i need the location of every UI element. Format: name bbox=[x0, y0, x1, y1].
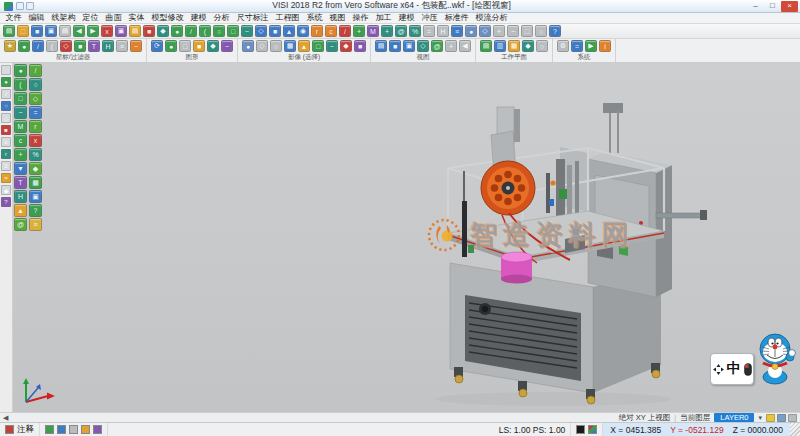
annotation-label[interactable]: 注释 bbox=[17, 424, 34, 436]
maximize-button[interactable]: □ bbox=[764, 1, 781, 12]
workplane-xy-icon[interactable]: ▤ bbox=[480, 40, 492, 52]
strip-measure-icon[interactable]: = bbox=[1, 173, 11, 183]
layer-selector[interactable]: LAYER0 bbox=[714, 413, 754, 422]
workplane-3pt-icon[interactable]: ◆ bbox=[522, 40, 534, 52]
dimension-icon[interactable]: H bbox=[437, 25, 449, 37]
layer-dropdown-icon[interactable]: ▾ bbox=[758, 414, 762, 422]
cut-icon[interactable]: x bbox=[101, 25, 113, 37]
wf-attrs-icon[interactable]: ≡ bbox=[29, 218, 42, 231]
highlight-icon[interactable]: ▲ bbox=[298, 40, 310, 52]
resize-grip[interactable] bbox=[790, 423, 800, 436]
menu-item[interactable]: 模型修改 bbox=[148, 13, 187, 23]
menu-item[interactable]: 加工 bbox=[372, 13, 395, 23]
wf-arc-icon[interactable]: ( bbox=[14, 78, 27, 91]
strip-trim-icon[interactable]: x bbox=[1, 137, 11, 147]
settings-icon[interactable]: ⚙ bbox=[557, 40, 569, 52]
rotate-icon[interactable]: @ bbox=[395, 25, 407, 37]
redo-icon[interactable]: ▶ bbox=[87, 25, 99, 37]
workplane-reset-icon[interactable]: ○ bbox=[536, 40, 548, 52]
filter-none-icon[interactable]: − bbox=[130, 40, 142, 52]
pan-view-icon[interactable]: ○ bbox=[535, 25, 547, 37]
snap-end-icon[interactable] bbox=[45, 425, 54, 434]
extrude-icon[interactable]: ▲ bbox=[283, 25, 295, 37]
snap-center-icon[interactable] bbox=[69, 425, 78, 434]
annotation-icon[interactable] bbox=[5, 425, 14, 434]
wf-mirror-icon[interactable]: M bbox=[14, 120, 27, 133]
menu-item[interactable]: 实体 bbox=[125, 13, 148, 23]
calculator-icon[interactable]: = bbox=[571, 40, 583, 52]
wf-divide-icon[interactable]: % bbox=[29, 148, 42, 161]
menu-item[interactable]: 冲压 bbox=[418, 13, 441, 23]
wf-query-icon[interactable]: ? bbox=[29, 204, 42, 217]
wireframe-view-icon[interactable]: ◇ bbox=[479, 25, 491, 37]
filter-arcs-icon[interactable]: ( bbox=[46, 40, 58, 52]
drawing-canvas[interactable]: ● / ( ○ □ ◇ ~ = M r bbox=[13, 63, 800, 412]
close-button[interactable]: × bbox=[781, 1, 798, 12]
menu-item[interactable]: 线架构 bbox=[48, 13, 79, 23]
new-file-icon[interactable]: ▤ bbox=[3, 25, 15, 37]
select-icon[interactable]: ◆ bbox=[157, 25, 169, 37]
wf-explode-icon[interactable]: ▲ bbox=[14, 204, 27, 217]
help-icon[interactable]: ? bbox=[549, 25, 561, 37]
strip-view-icon[interactable]: ◆ bbox=[1, 185, 11, 195]
wf-intersect-icon[interactable]: ◆ bbox=[29, 162, 42, 175]
revolve-icon[interactable]: ◉ bbox=[297, 25, 309, 37]
menu-item[interactable]: 编辑 bbox=[25, 13, 48, 23]
surface-icon[interactable]: ◇ bbox=[255, 25, 267, 37]
wf-line-icon[interactable]: / bbox=[29, 64, 42, 77]
wf-chamfer-icon[interactable]: c bbox=[14, 134, 27, 147]
wf-trim-icon[interactable]: x bbox=[29, 134, 42, 147]
ortho-icon[interactable] bbox=[93, 425, 102, 434]
menu-item[interactable]: 标准件 bbox=[441, 13, 472, 23]
strip-solid-icon[interactable]: ■ bbox=[1, 125, 11, 135]
line-icon[interactable]: / bbox=[185, 25, 197, 37]
view-top-icon[interactable]: ▤ bbox=[375, 40, 387, 52]
view-mode-label[interactable]: 绝对 XY 上视图 bbox=[619, 413, 671, 423]
solid-box-icon[interactable]: ■ bbox=[269, 25, 281, 37]
view-rotate-icon[interactable]: @ bbox=[431, 40, 443, 52]
select-body-icon[interactable]: ■ bbox=[354, 40, 366, 52]
menu-item[interactable]: 操作 bbox=[349, 13, 372, 23]
snap-mid-icon[interactable] bbox=[57, 425, 66, 434]
wf-rect-icon[interactable]: □ bbox=[14, 92, 27, 105]
save-all-icon[interactable]: ▣ bbox=[45, 25, 57, 37]
chamfer-icon[interactable]: c bbox=[325, 25, 337, 37]
workplane-xz-icon[interactable]: ▥ bbox=[494, 40, 506, 52]
filter-solids-icon[interactable]: ■ bbox=[74, 40, 86, 52]
strip-select-icon[interactable] bbox=[1, 65, 11, 75]
shading-icon[interactable]: ● bbox=[242, 40, 254, 52]
snap-toggle-icon[interactable] bbox=[788, 414, 797, 422]
measure-icon[interactable]: = bbox=[423, 25, 435, 37]
menu-item[interactable]: 文件 bbox=[2, 13, 25, 23]
point-icon[interactable]: ● bbox=[171, 25, 183, 37]
shaded-view-icon[interactable]: ● bbox=[465, 25, 477, 37]
menu-item[interactable]: 建模 bbox=[187, 13, 210, 23]
color-icon[interactable]: ◆ bbox=[207, 40, 219, 52]
wf-point-icon[interactable]: ● bbox=[14, 64, 27, 77]
wf-transform-icon[interactable]: @ bbox=[14, 218, 27, 231]
zoom-out-icon[interactable]: − bbox=[507, 25, 519, 37]
current-color-swatch[interactable] bbox=[576, 425, 585, 434]
strip-point-icon[interactable]: ● bbox=[1, 77, 11, 87]
transparent-icon[interactable]: ▦ bbox=[284, 40, 296, 52]
wf-text-icon[interactable]: T bbox=[14, 176, 27, 189]
redraw-icon[interactable]: ⟳ bbox=[151, 40, 163, 52]
print-icon[interactable]: ▤ bbox=[59, 25, 71, 37]
zoom-in-icon[interactable]: + bbox=[493, 25, 505, 37]
macro-icon[interactable]: ▶ bbox=[585, 40, 597, 52]
view-prev-icon[interactable]: ◀ bbox=[459, 40, 471, 52]
strip-circle-icon[interactable]: ○ bbox=[1, 101, 11, 111]
workplane-yz-icon[interactable]: ▦ bbox=[508, 40, 520, 52]
strip-surface-icon[interactable]: ◇ bbox=[1, 113, 11, 123]
layers-icon[interactable]: ≡ bbox=[451, 25, 463, 37]
wf-circle-icon[interactable]: ○ bbox=[29, 78, 42, 91]
trim-icon[interactable]: / bbox=[339, 25, 351, 37]
extend-icon[interactable]: + bbox=[353, 25, 365, 37]
curve-icon[interactable]: ~ bbox=[241, 25, 253, 37]
light-toggle-icon[interactable] bbox=[766, 414, 775, 422]
delete-icon[interactable]: ■ bbox=[143, 25, 155, 37]
view-iso-icon[interactable]: ◇ bbox=[417, 40, 429, 52]
undo-icon[interactable]: ◀ bbox=[73, 25, 85, 37]
filter-all-icon[interactable]: ≡ bbox=[116, 40, 128, 52]
select-face-icon[interactable]: ◆ bbox=[340, 40, 352, 52]
